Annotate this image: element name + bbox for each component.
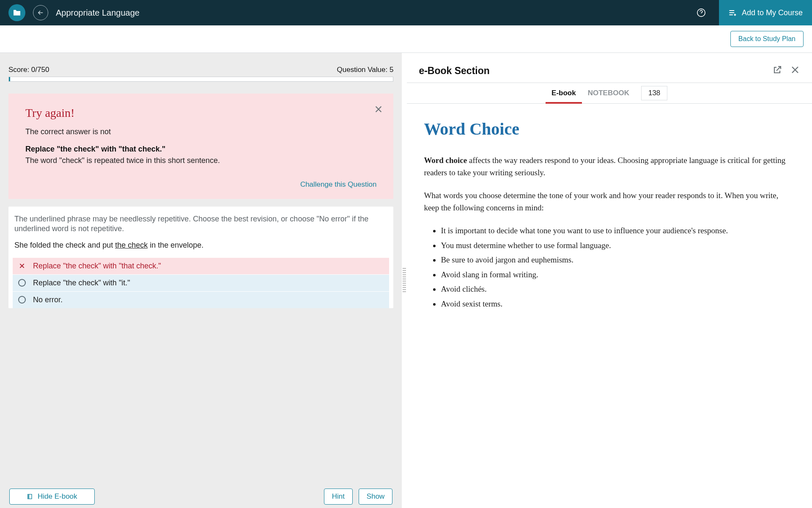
feedback-wrong-answer: Replace "the check" with "that check." xyxy=(25,145,376,154)
external-link-icon xyxy=(772,65,782,75)
drag-handle-icon xyxy=(403,268,406,293)
feedback-title: Try again! xyxy=(25,106,376,120)
ebook-section-title: e-Book Section xyxy=(419,65,489,77)
hint-button[interactable]: Hint xyxy=(324,489,353,505)
challenge-question-link[interactable]: Challenge this Question xyxy=(25,180,376,189)
panel-divider[interactable] xyxy=(402,53,407,508)
quiz-scroll[interactable]: Score: 0/750 Question Value: 5 Try again… xyxy=(0,53,402,508)
back-to-study-plan-button[interactable]: Back to Study Plan xyxy=(730,31,804,47)
content-p1-strong: Word choice xyxy=(424,156,467,165)
ebook-content[interactable]: Word Choice Word choice affects the way … xyxy=(407,104,812,508)
hide-ebook-label: Hide E-book xyxy=(38,492,77,501)
choice-text: Replace "the check" with "that check." xyxy=(33,262,161,271)
content-bullet-list: It is important to decide what tone you … xyxy=(424,225,795,310)
answer-choice[interactable]: Replace "the check" with "that check." xyxy=(13,257,389,274)
list-item: You must determine whether to use formal… xyxy=(441,240,795,252)
progress-fill xyxy=(9,77,10,81)
ebook-tab-row: E-book NOTEBOOK 138 xyxy=(407,83,812,104)
content-heading: Word Choice xyxy=(424,116,795,142)
content-paragraph-1: Word choice affects the way readers resp… xyxy=(424,155,795,179)
progress-bar xyxy=(8,77,393,82)
back-button[interactable] xyxy=(33,5,48,20)
list-item: Avoid sexist terms. xyxy=(441,298,795,310)
show-button[interactable]: Show xyxy=(359,489,393,505)
feedback-explanation: The word "check" is repeated twice in th… xyxy=(25,156,376,165)
list-item: It is important to decide what tone you … xyxy=(441,225,795,237)
tab-notebook[interactable]: NOTEBOOK xyxy=(588,83,629,103)
close-icon xyxy=(374,105,383,114)
main-area: Score: 0/750 Question Value: 5 Try again… xyxy=(0,53,812,508)
ebook-panel: e-Book Section E-book NOTEBOOK 138 Word … xyxy=(407,53,812,508)
add-to-course-label: Add to My Course xyxy=(742,8,803,17)
quiz-panel: Score: 0/750 Question Value: 5 Try again… xyxy=(0,53,402,508)
sentence-suffix: in the envelope. xyxy=(148,241,203,249)
radio-icon xyxy=(18,295,26,304)
feedback-card: Try again! The correct answer is not Rep… xyxy=(8,94,393,199)
page-number-input[interactable]: 138 xyxy=(641,86,667,100)
radio-icon xyxy=(18,279,26,287)
add-to-course-button[interactable]: Add to My Course xyxy=(719,0,812,25)
list-item: Be sure to avoid jargon and euphemisms. xyxy=(441,254,795,266)
help-button[interactable] xyxy=(696,8,706,18)
subheader: Back to Study Plan xyxy=(0,25,812,53)
feedback-close-button[interactable] xyxy=(374,105,383,116)
score-label: Score: 0/750 xyxy=(8,66,49,74)
folder-button[interactable] xyxy=(8,4,25,21)
feedback-subtitle: The correct answer is not xyxy=(25,127,376,136)
question-block: The underlined phrase may be needlessly … xyxy=(8,207,393,308)
score-row: Score: 0/750 Question Value: 5 xyxy=(8,53,393,77)
list-item: Avoid slang in formal writing. xyxy=(441,269,795,281)
header-right: Add to My Course xyxy=(696,0,804,25)
question-value-label: Question Value: 5 xyxy=(337,66,394,74)
choice-text: Replace "the check" with "it." xyxy=(33,279,130,287)
question-prompt: The underlined phrase may be needlessly … xyxy=(13,214,389,234)
content-paragraph-2: What words you choose determine the tone… xyxy=(424,190,795,214)
choice-text: No error. xyxy=(33,295,63,304)
arrow-left-icon xyxy=(37,9,44,17)
answer-choice[interactable]: No error. xyxy=(13,291,389,308)
content-p1-rest: affects the way readers respond to your … xyxy=(424,156,785,177)
ebook-header: e-Book Section xyxy=(407,53,812,83)
answer-choice[interactable]: Replace "the check" with "it." xyxy=(13,274,389,291)
app-header: Appropriate Language Add to My Course xyxy=(0,0,812,25)
list-item: Avoid clichés. xyxy=(441,283,795,295)
popout-button[interactable] xyxy=(772,65,782,77)
ebook-actions xyxy=(772,65,800,77)
action-bar: Hide E-book Hint Show xyxy=(0,485,402,508)
hide-ebook-button[interactable]: Hide E-book xyxy=(9,489,95,505)
close-icon xyxy=(790,65,800,75)
close-ebook-button[interactable] xyxy=(790,65,800,77)
sentence-prefix: She folded the check and put xyxy=(14,241,115,249)
header-left: Appropriate Language xyxy=(8,4,140,21)
sentence-underlined: the check xyxy=(115,241,148,249)
folder-icon xyxy=(13,9,21,16)
list-add-icon xyxy=(728,8,737,17)
page-title: Appropriate Language xyxy=(56,8,140,18)
book-icon xyxy=(27,493,33,500)
help-icon xyxy=(697,8,706,17)
question-sentence: She folded the check and put the check i… xyxy=(13,241,389,250)
x-mark-icon xyxy=(18,262,26,270)
tab-ebook[interactable]: E-book xyxy=(551,83,576,103)
